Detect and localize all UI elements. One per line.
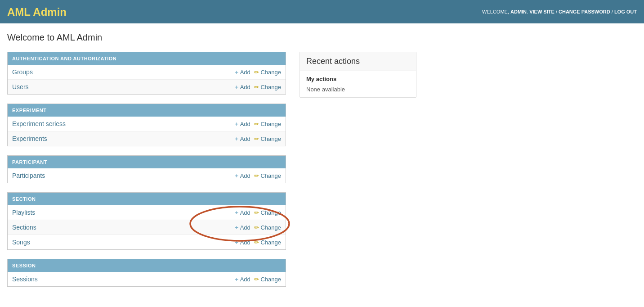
experiments-link[interactable]: Experiments — [12, 135, 47, 142]
songs-add-link[interactable]: + Add — [235, 239, 250, 246]
playlists-add-link[interactable]: + Add — [235, 209, 250, 216]
view-site-link[interactable]: VIEW SITE — [529, 9, 555, 14]
sessions-add-link[interactable]: + Add — [235, 276, 250, 283]
participants-link[interactable]: Participants — [12, 172, 45, 179]
experiments-change-link[interactable]: ✏ Change — [254, 135, 281, 142]
sections-add-link[interactable]: + Add — [235, 224, 250, 231]
site-header: AML Admin WELCOME, ADMIN. VIEW SITE / CH… — [0, 0, 644, 23]
sessions-change-link[interactable]: ✏ Change — [254, 276, 281, 283]
none-available-text: None available — [306, 86, 410, 93]
table-row: Groups+ Add✏ Change — [8, 65, 286, 80]
groups-link[interactable]: Groups — [12, 68, 33, 76]
table-row: Songs+ Add✏ Change — [8, 235, 286, 250]
change-password-link[interactable]: CHANGE PASSWORD — [559, 9, 610, 14]
table-row: Participants+ Add✏ Change — [8, 168, 286, 183]
experiment-seriess-link[interactable]: Experiment seriess — [12, 120, 66, 127]
table-row: Experiment seriess+ Add✏ Change — [8, 117, 286, 131]
sections-link[interactable]: Sections — [12, 224, 36, 231]
module-caption-section: Section — [8, 193, 286, 205]
username: ADMIN — [510, 9, 527, 14]
page-title: Welcome to AML Admin — [7, 32, 637, 43]
branding: AML Admin — [7, 5, 67, 19]
playlists-change-link[interactable]: ✏ Change — [254, 209, 281, 216]
module-experiment: ExperimentExperiment seriess+ Add✏ Chang… — [7, 104, 286, 146]
my-actions-label: My actions — [306, 76, 410, 82]
user-tools: WELCOME, ADMIN. VIEW SITE / CHANGE PASSW… — [482, 9, 637, 14]
experiment-seriess-add-link[interactable]: + Add — [235, 121, 250, 127]
table-row: Sections+ Add✏ Change — [8, 220, 286, 235]
songs-change-link[interactable]: ✏ Change — [254, 239, 281, 246]
module-section: SectionPlaylists+ Add✏ ChangeSections+ A… — [7, 192, 286, 250]
module-caption-session: Session — [8, 259, 286, 272]
module-caption-experiment: Experiment — [8, 104, 286, 117]
recent-actions-panel: Recent actions My actions None available — [300, 52, 416, 98]
playlists-link[interactable]: Playlists — [12, 209, 35, 216]
module-session: SessionSessions+ Add✏ Change — [7, 259, 286, 287]
module-auth: Authentication and AuthorizationGroups+ … — [7, 52, 286, 95]
module-caption-auth: Authentication and Authorization — [8, 52, 286, 65]
recent-actions-body: My actions None available — [300, 71, 416, 97]
experiment-seriess-change-link[interactable]: ✏ Change — [254, 121, 281, 127]
table-row: Experiments+ Add✏ Change — [8, 131, 286, 146]
right-column: Recent actions My actions None available — [300, 52, 416, 98]
recent-actions-header: Recent actions — [300, 52, 416, 71]
table-row: Users+ Add✏ Change — [8, 80, 286, 95]
module-caption-participant: Participant — [8, 156, 286, 168]
module-participant: ParticipantParticipants+ Add✏ Change — [7, 155, 286, 183]
groups-add-link[interactable]: + Add — [235, 69, 250, 76]
users-change-link[interactable]: ✏ Change — [254, 84, 281, 90]
table-row: Playlists+ Add✏ Change — [8, 205, 286, 220]
welcome-text: WELCOME, — [482, 9, 510, 14]
sessions-link[interactable]: Sessions — [12, 275, 38, 283]
table-row: Sessions+ Add✏ Change — [8, 272, 286, 286]
users-add-link[interactable]: + Add — [235, 84, 250, 90]
recent-actions-title: Recent actions — [306, 57, 410, 66]
sections-change-link[interactable]: ✏ Change — [254, 224, 281, 231]
songs-link[interactable]: Songs — [12, 239, 30, 246]
site-title-link[interactable]: AML Admin — [7, 6, 67, 18]
participants-change-link[interactable]: ✏ Change — [254, 172, 281, 179]
users-link[interactable]: Users — [12, 83, 29, 90]
participants-add-link[interactable]: + Add — [235, 172, 250, 179]
groups-change-link[interactable]: ✏ Change — [254, 69, 281, 76]
experiments-add-link[interactable]: + Add — [235, 135, 250, 142]
left-column: Authentication and AuthorizationGroups+ … — [7, 52, 286, 296]
log-out-link[interactable]: LOG OUT — [614, 9, 637, 14]
